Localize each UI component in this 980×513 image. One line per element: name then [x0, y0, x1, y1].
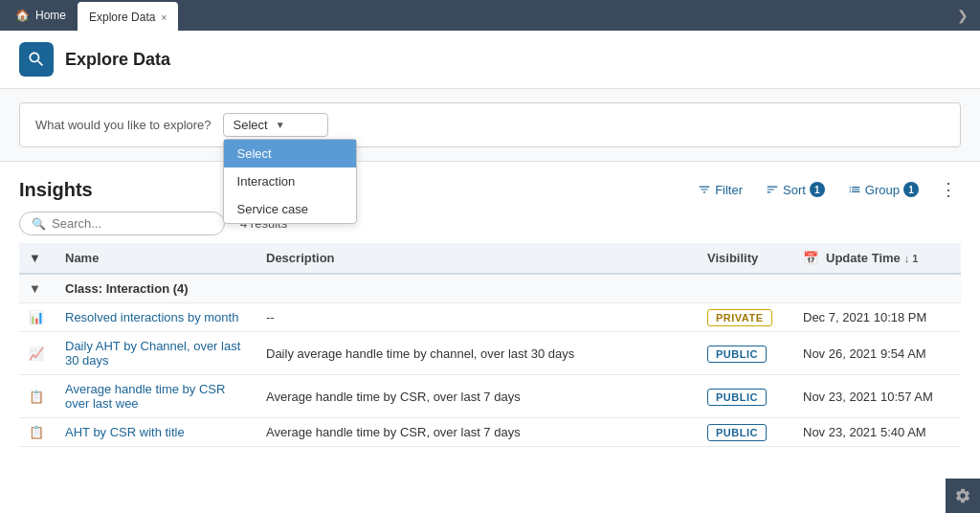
home-icon: 🏠 [15, 9, 30, 22]
gear-icon [954, 487, 971, 504]
close-tab-button[interactable]: × [161, 12, 167, 23]
visibility-badge: PUBLIC [707, 346, 767, 363]
row-description-cell: -- [256, 303, 698, 332]
explore-data-icon [27, 50, 46, 69]
dropdown-item-select[interactable]: Select [224, 140, 356, 167]
sort-label: Sort [783, 183, 806, 197]
collapse-icon[interactable]: ▼ [29, 251, 41, 265]
group-class-value: Interaction (4) [106, 281, 189, 296]
group-collapse-icon[interactable]: ▼ [29, 281, 41, 296]
group-button[interactable]: Group 1 [842, 178, 924, 201]
th-name-label: Name [65, 251, 99, 265]
row-type-icon: 📋 [29, 425, 44, 439]
select-dropdown-button[interactable]: Select ▼ [223, 113, 328, 137]
row-name-link[interactable]: Resolved interactions by month [65, 310, 238, 324]
insights-title: Insights [19, 179, 93, 201]
row-visibility-cell: PRIVATE [698, 303, 793, 332]
row-type-icon: 📈 [29, 346, 44, 361]
gear-button[interactable] [946, 479, 980, 513]
explore-bar-inner: What would you like to explore? Select ▼… [19, 102, 961, 147]
table-row: 📊 Resolved interactions by month -- PRIV… [19, 303, 961, 332]
th-description: Description [256, 243, 698, 274]
explore-bar: What would you like to explore? Select ▼… [0, 89, 980, 162]
th-update-label: Update Time [826, 251, 901, 265]
row-name-link[interactable]: AHT by CSR with title [65, 425, 185, 439]
filter-icon [698, 183, 711, 196]
th-vis-label: Visibility [707, 251, 758, 265]
insights-header: Insights Filter Sort 1 Group 1 ⋮ [19, 162, 961, 212]
row-visibility-cell: PUBLIC [698, 332, 793, 375]
explore-data-tab-label: Explore Data [89, 11, 155, 24]
row-type-icon: 📋 [29, 390, 44, 404]
calendar-icon: 📅 [803, 251, 818, 265]
main-container: Explore Data What would you like to expl… [0, 31, 980, 513]
row-name-cell: Average handle time by CSR over last wee [56, 375, 256, 418]
table-row: 📋 Average handle time by CSR over last w… [19, 375, 961, 418]
row-icon-cell: 📋 [19, 418, 56, 447]
home-tab[interactable]: 🏠 Home [4, 0, 78, 31]
th-name: Name [56, 243, 256, 274]
group-header-cell: Class: Interaction (4) [56, 274, 961, 303]
home-tab-label: Home [35, 9, 66, 22]
filter-button[interactable]: Filter [692, 179, 748, 201]
row-name-cell: Daily AHT by Channel, over last 30 days [56, 332, 256, 375]
row-icon-cell: 📊 [19, 303, 56, 332]
search-input[interactable] [52, 216, 212, 231]
dropdown-item-interaction[interactable]: Interaction [224, 167, 356, 195]
row-description-cell: Average handle time by CSR, over last 7 … [256, 418, 698, 447]
group-badge: 1 [903, 182, 919, 197]
nav-expand-icon: ❯ [957, 8, 976, 23]
row-visibility-cell: PUBLIC [698, 418, 793, 447]
select-wrapper: Select ▼ Select Interaction Service case [223, 113, 328, 137]
row-update-time-cell: Dec 7, 2021 10:18 PM [793, 303, 961, 332]
row-visibility-cell: PUBLIC [698, 375, 793, 418]
page-icon [19, 42, 54, 77]
filter-label: Filter [715, 183, 743, 197]
group-toggle-cell: ▼ [19, 274, 56, 303]
sort-button[interactable]: Sort 1 [760, 178, 831, 201]
visibility-badge: PRIVATE [707, 309, 772, 326]
th-update-time: 📅 Update Time ↓ 1 [793, 243, 961, 274]
sort-asc-icon: ↓ 1 [904, 253, 919, 264]
th-visibility: Visibility [698, 243, 793, 274]
row-icon-cell: 📈 [19, 332, 56, 375]
dropdown-item-service-case[interactable]: Service case [224, 195, 356, 223]
row-description-cell: Daily average handle time by channel, ov… [256, 332, 698, 375]
page-title: Explore Data [65, 50, 170, 70]
group-class-label: Class: [65, 281, 102, 296]
visibility-badge: PUBLIC [707, 389, 767, 406]
row-description-cell: Average handle time by CSR, over last 7 … [256, 375, 698, 418]
explore-label: What would you like to explore? [35, 118, 212, 132]
row-icon-cell: 📋 [19, 375, 56, 418]
more-options-button[interactable]: ⋮ [936, 175, 961, 204]
chevron-down-icon: ▼ [276, 120, 285, 130]
row-name-cell: Resolved interactions by month [56, 303, 256, 332]
group-label: Group [865, 183, 900, 197]
row-update-time-cell: Nov 23, 2021 10:57 AM [793, 375, 961, 418]
dropdown-menu: Select Interaction Service case [223, 139, 357, 224]
row-name-cell: AHT by CSR with title [56, 418, 256, 447]
search-results-row: 🔍 4 results [19, 212, 961, 235]
page-header: Explore Data [0, 31, 980, 89]
search-icon: 🔍 [32, 217, 46, 231]
row-name-link[interactable]: Average handle time by CSR over last wee [65, 382, 225, 411]
table-header-row: ▼ Name Description Visibility [19, 243, 961, 274]
toolbar-right: Filter Sort 1 Group 1 ⋮ [692, 175, 961, 204]
row-name-link[interactable]: Daily AHT by Channel, over last 30 days [65, 339, 240, 368]
row-type-icon: 📊 [29, 310, 44, 324]
data-table: ▼ Name Description Visibility [19, 243, 961, 447]
sort-badge: 1 [810, 182, 825, 197]
table-row: 📈 Daily AHT by Channel, over last 30 day… [19, 332, 961, 375]
sort-icon [766, 183, 779, 196]
top-navigation: 🏠 Home Explore Data × ❯ [0, 0, 980, 31]
th-toggle: ▼ [19, 243, 56, 274]
table-row: 📋 AHT by CSR with title Average handle t… [19, 418, 961, 447]
search-box: 🔍 [19, 212, 225, 235]
visibility-badge: PUBLIC [707, 424, 767, 441]
explore-data-tab[interactable]: Explore Data × [78, 2, 178, 33]
insights-section: Insights Filter Sort 1 Group 1 ⋮ [0, 162, 980, 513]
row-update-time-cell: Nov 26, 2021 9:54 AM [793, 332, 961, 375]
group-icon [848, 183, 861, 196]
group-header-row: ▼ Class: Interaction (4) [19, 274, 961, 303]
th-desc-label: Description [266, 251, 335, 265]
